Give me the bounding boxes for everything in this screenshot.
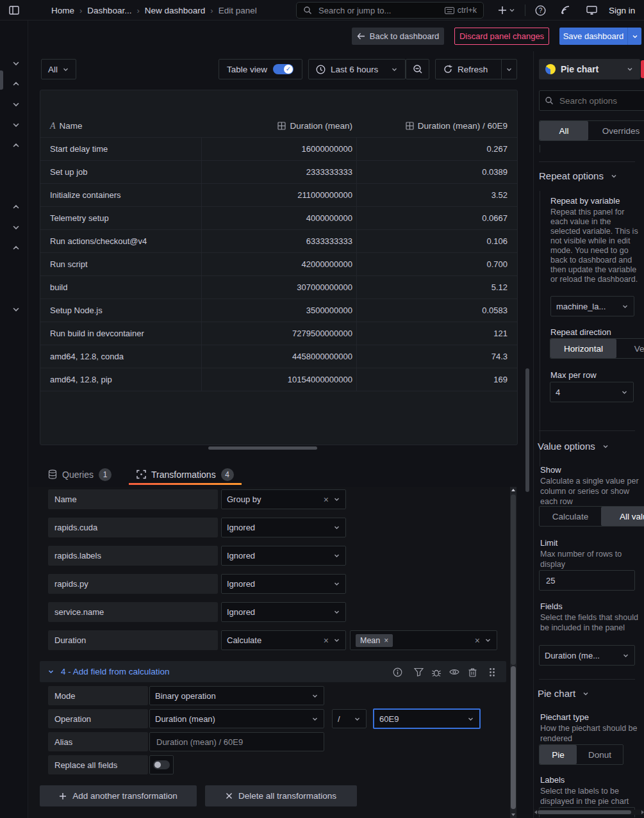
- drag-handle-icon[interactable]: [487, 667, 497, 677]
- refresh-interval-dropdown[interactable]: [501, 60, 516, 79]
- remove-chip-icon[interactable]: ×: [384, 637, 388, 644]
- calculations-multiselect[interactable]: Mean××: [350, 630, 497, 650]
- discard-panel-changes-button[interactable]: Discard panel changes: [454, 28, 549, 45]
- fields-dropdown[interactable]: Duration (me...: [539, 645, 635, 666]
- tab-transformations[interactable]: Transformations 4: [129, 464, 242, 485]
- operand-right-dropdown[interactable]: 60E9: [373, 708, 481, 729]
- filter-icon[interactable]: [413, 667, 424, 677]
- sidebar-horizontal-scrollbar[interactable]: [534, 810, 644, 815]
- repeat-by-variable-label: Repeat by variable: [550, 196, 620, 206]
- field-action-dropdown[interactable]: Ignored: [221, 574, 346, 594]
- save-dashboard-button[interactable]: Save dashboard: [559, 28, 641, 45]
- transformations-scrollbar[interactable]: [510, 487, 516, 818]
- column-header-duration-div[interactable]: Duration (mean) / 60E9: [356, 115, 517, 137]
- toggle-on-icon[interactable]: ✓: [273, 64, 293, 74]
- clear-icon[interactable]: ×: [475, 636, 480, 645]
- max-per-row-dropdown[interactable]: 4: [550, 382, 634, 402]
- save-dashboard-dropdown[interactable]: [627, 28, 641, 45]
- chevron-down-icon[interactable]: [12, 223, 21, 232]
- show-calculate-option[interactable]: Calculate: [540, 507, 601, 526]
- zoom-out-time-button[interactable]: [406, 59, 429, 79]
- cell-name: Run script: [40, 253, 201, 275]
- scroll-right-arrow[interactable]: [641, 810, 644, 814]
- mode-dropdown[interactable]: Binary operation: [149, 686, 324, 705]
- column-header-name[interactable]: A Name: [40, 115, 201, 137]
- limit-input[interactable]: [545, 575, 629, 586]
- breadcrumb-item[interactable]: Dashboar...: [87, 6, 131, 15]
- options-search-input[interactable]: [558, 95, 643, 106]
- time-range-picker[interactable]: Last 6 hours: [308, 59, 406, 79]
- column-header-duration-mean[interactable]: Duration (mean): [201, 115, 356, 137]
- add-menu-button[interactable]: [497, 4, 516, 17]
- show-all-values-option[interactable]: All values: [601, 507, 644, 526]
- chevron-up-icon[interactable]: [12, 243, 21, 252]
- scrollbar-thumb[interactable]: [511, 666, 516, 809]
- calculation-chip[interactable]: Mean×: [356, 634, 393, 647]
- field-action-dropdown[interactable]: Ignored: [221, 546, 346, 566]
- search-box[interactable]: ctrl+k: [296, 2, 484, 19]
- help-icon[interactable]: ?: [534, 4, 547, 17]
- chevron-up-icon[interactable]: [12, 141, 21, 150]
- scrollbar-thumb[interactable]: [538, 810, 631, 814]
- chevron-down-icon[interactable]: [12, 59, 21, 68]
- chevron-down-icon[interactable]: [12, 100, 21, 109]
- pane-vertical-scrollbar-thumb[interactable]: [525, 368, 529, 492]
- eye-icon[interactable]: [449, 667, 459, 677]
- scope-all-option[interactable]: All: [540, 121, 588, 140]
- sign-in-link[interactable]: Sign in: [609, 0, 635, 20]
- repeat-variable-dropdown[interactable]: machine_la...: [550, 296, 634, 316]
- transformation-title[interactable]: 4 - Add field from calculation: [61, 667, 170, 676]
- delete-all-transformations-button[interactable]: Delete all transformations: [205, 785, 357, 806]
- back-to-dashboard-button[interactable]: Back to dashboard: [352, 28, 444, 45]
- scope-overrides-option[interactable]: Overrides: [588, 121, 644, 140]
- chevron-down-icon[interactable]: [12, 120, 21, 129]
- chevron-down-icon[interactable]: [12, 305, 21, 314]
- debug-icon[interactable]: [431, 667, 442, 677]
- clear-icon[interactable]: ×: [324, 495, 329, 504]
- scroll-down-arrow[interactable]: [511, 814, 515, 816]
- info-icon[interactable]: [392, 667, 402, 677]
- clear-icon[interactable]: ×: [324, 636, 329, 645]
- scroll-left-arrow[interactable]: [534, 810, 537, 814]
- field-action-dropdown[interactable]: Ignored: [221, 518, 346, 537]
- options-search-box[interactable]: [539, 90, 644, 111]
- limit-input-box[interactable]: [539, 570, 635, 591]
- repeat-options-header[interactable]: Repeat options: [539, 170, 618, 181]
- all-filter-dropdown[interactable]: All: [41, 59, 76, 79]
- refresh-button[interactable]: Refresh: [435, 59, 517, 79]
- breadcrumb-item[interactable]: Home: [51, 6, 74, 15]
- breadcrumb-item[interactable]: New dashboard: [145, 6, 206, 15]
- tab-queries[interactable]: Queries 1: [40, 464, 119, 485]
- breadcrumb: Home›Dashboar...›New dashboard›Edit pane…: [51, 0, 257, 20]
- scroll-up-arrow[interactable]: [511, 489, 515, 491]
- clipped-red-button[interactable]: [641, 60, 644, 78]
- chevron-up-icon[interactable]: [12, 202, 21, 211]
- alias-input-box[interactable]: [149, 732, 324, 751]
- direction-vertical-option[interactable]: Vertical: [616, 339, 644, 358]
- visualization-picker[interactable]: Pie chart: [539, 59, 640, 79]
- news-rss-icon[interactable]: [559, 4, 572, 17]
- field-action-dropdown[interactable]: Group by×: [221, 489, 346, 509]
- replace-all-fields-toggle[interactable]: [149, 755, 174, 774]
- table-view-toggle[interactable]: Table view ✓: [219, 59, 302, 79]
- add-transformation-button[interactable]: Add another transformation: [40, 785, 197, 806]
- direction-horizontal-option[interactable]: Horizontal: [550, 339, 616, 358]
- field-name-label: rapids.labels: [48, 546, 218, 566]
- value-options-header[interactable]: Value options: [538, 441, 609, 452]
- search-input[interactable]: [317, 5, 440, 16]
- field-action-dropdown[interactable]: Calculate×: [221, 630, 346, 650]
- alias-input[interactable]: [155, 737, 318, 748]
- horizontal-scrollbar-thumb[interactable]: [208, 446, 317, 450]
- pie-option[interactable]: Pie: [540, 745, 577, 764]
- donut-option[interactable]: Donut: [577, 745, 623, 764]
- scrollbar-track-segment: [511, 495, 516, 665]
- operand-left-dropdown[interactable]: Duration (mean): [149, 709, 324, 728]
- sidebar-toggle-icon[interactable]: [8, 4, 21, 17]
- screen-share-icon[interactable]: [585, 4, 598, 17]
- field-action-dropdown[interactable]: Ignored: [221, 602, 346, 622]
- collapse-chevron-icon[interactable]: [47, 668, 54, 675]
- chevron-up-icon[interactable]: [12, 79, 21, 88]
- operator-dropdown[interactable]: /: [332, 709, 367, 728]
- trash-icon[interactable]: [467, 667, 477, 677]
- pie-chart-section-header[interactable]: Pie chart: [538, 688, 590, 699]
